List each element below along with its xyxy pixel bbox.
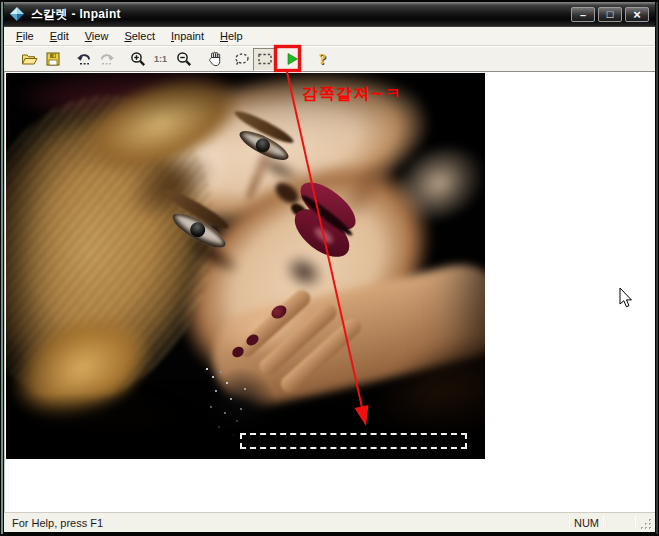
menu-bar: File Edit View Select Inpaint Help	[4, 27, 655, 46]
title-bar[interactable]: 스칼렛 - Inpaint – □ ×	[4, 2, 655, 27]
open-folder-icon	[21, 51, 38, 67]
redo-button[interactable]	[95, 48, 118, 71]
minimize-icon: –	[580, 10, 586, 21]
selection-marquee[interactable]	[240, 433, 467, 449]
lasso-icon	[234, 51, 250, 67]
run-play-icon	[284, 51, 300, 67]
photo[interactable]	[6, 73, 485, 459]
menu-view[interactable]: View	[77, 28, 117, 45]
undo-button[interactable]	[72, 48, 95, 71]
actual-size-icon: 1:1	[154, 54, 167, 64]
menu-file[interactable]: File	[8, 28, 42, 45]
close-icon: ×	[633, 8, 641, 21]
help-question-icon: ?	[319, 51, 327, 68]
rect-select-button[interactable]	[253, 48, 276, 71]
menu-help[interactable]: Help	[212, 28, 251, 45]
undo-icon	[76, 51, 92, 67]
help-button[interactable]: ?	[311, 48, 334, 71]
status-bar: For Help, press F1 NUM	[4, 512, 655, 532]
hand-icon	[207, 51, 223, 67]
maximize-icon: □	[607, 9, 614, 20]
lasso-select-button[interactable]	[230, 48, 253, 71]
window-title: 스칼렛 - Inpaint	[31, 6, 121, 23]
window-frame-accent	[1, 2, 3, 534]
save-floppy-icon	[45, 51, 61, 67]
photo-layer-sequins	[206, 368, 208, 370]
redo-icon	[99, 51, 115, 67]
photo-layer-lip-gloss	[312, 225, 335, 246]
app-window: 스칼렛 - Inpaint – □ × File Edit View Selec…	[0, 0, 659, 536]
zoom-in-button[interactable]	[126, 48, 149, 71]
open-button[interactable]	[18, 48, 41, 71]
run-inpaint-button[interactable]	[280, 48, 303, 71]
actual-size-button[interactable]: 1:1	[149, 48, 172, 71]
save-button[interactable]	[41, 48, 64, 71]
window-frame-accent	[656, 2, 658, 534]
menu-select[interactable]: Select	[116, 28, 163, 45]
toolbar: 1:1	[4, 46, 655, 72]
menu-edit[interactable]: Edit	[42, 28, 77, 45]
hand-tool-button[interactable]	[203, 48, 226, 71]
num-lock-indicator: NUM	[571, 517, 602, 529]
maximize-button[interactable]: □	[598, 7, 622, 22]
statusbar-separator	[603, 516, 604, 529]
statusbar-separator	[635, 516, 636, 529]
zoom-out-button[interactable]	[172, 48, 195, 71]
resize-grip[interactable]	[639, 517, 653, 531]
zoom-out-icon	[176, 51, 192, 67]
annotation-text: 감쪽같져~ㅋ	[302, 84, 401, 105]
zoom-in-icon	[130, 51, 146, 67]
app-logo-diamond-icon	[9, 6, 25, 22]
menu-inpaint[interactable]: Inpaint	[163, 28, 212, 45]
rect-select-icon	[257, 51, 273, 67]
photo-layer-bottom-fade	[6, 393, 485, 459]
status-help-text: For Help, press F1	[12, 517, 568, 529]
statusbar-empty-pane	[605, 516, 634, 529]
close-button[interactable]: ×	[625, 7, 649, 22]
minimize-button[interactable]: –	[571, 7, 595, 22]
canvas-area[interactable]	[4, 72, 655, 512]
statusbar-separator	[569, 516, 570, 529]
